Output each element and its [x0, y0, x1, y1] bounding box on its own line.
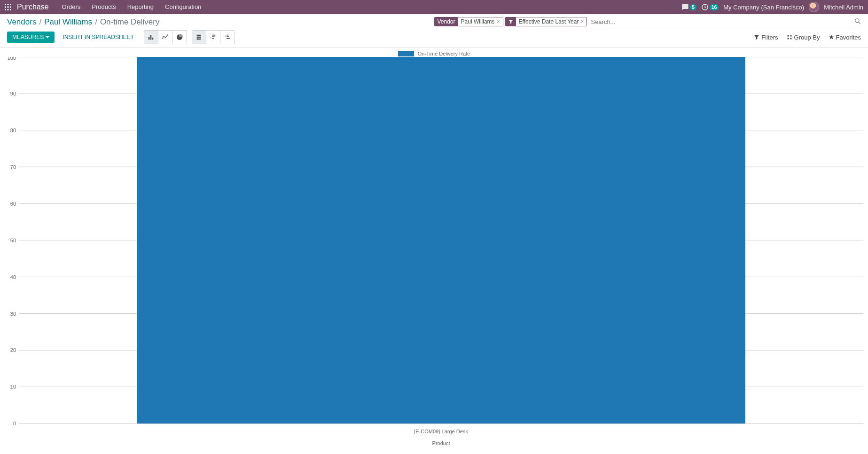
sort-desc-button[interactable] [206, 31, 220, 44]
search-icon[interactable] [854, 18, 861, 26]
search-chip-vendor[interactable]: Vendor Paul Williams × [434, 17, 503, 26]
measures-button[interactable]: Measures [7, 32, 55, 43]
ytick-label: 50 [10, 238, 16, 243]
company-switcher[interactable]: My Company (San Francisco) [723, 4, 804, 11]
search-bar[interactable]: Vendor Paul Williams × Effective Date La… [434, 17, 861, 27]
svg-rect-21 [227, 36, 229, 37]
chip-value: Paul Williams × [458, 17, 503, 26]
top-navbar: Purchase Orders Products Reporting Confi… [0, 0, 868, 14]
user-menu[interactable]: Mitchell Admin [809, 2, 863, 12]
measures-label: Measures [12, 34, 44, 40]
svg-rect-7 [8, 9, 9, 10]
ytick-label: 100 [8, 57, 16, 61]
ytick-label: 60 [10, 201, 16, 207]
svg-rect-4 [8, 7, 9, 8]
ytick-label: 40 [10, 274, 16, 280]
apps-icon[interactable] [5, 4, 11, 10]
app-brand[interactable]: Purchase [17, 3, 49, 11]
ytick-label: 90 [10, 91, 16, 96]
favorites-label: Favorites [836, 34, 861, 41]
breadcrumb-vendor-name[interactable]: Paul Williams [44, 17, 92, 27]
messages-icon[interactable]: 5 [681, 3, 696, 11]
groupby-dropdown[interactable]: Group By [787, 34, 820, 41]
activities-icon[interactable]: 16 [701, 3, 719, 11]
stack-sort-toggle [192, 30, 235, 44]
svg-rect-16 [197, 39, 201, 40]
control-panel-row-2: Measures Insert in Spreadsheet [0, 28, 868, 47]
favorites-dropdown[interactable]: Favorites [829, 34, 861, 41]
control-panel-tools: Filters Group By Favorites [754, 34, 861, 41]
chip-value-text: Effective Date Last Year [519, 18, 579, 25]
svg-rect-20 [227, 38, 230, 39]
svg-rect-0 [5, 4, 6, 5]
xtick-label: [E-COM09] Large Desk [414, 428, 468, 434]
pie-chart-button[interactable] [172, 31, 187, 44]
breadcrumb-current: On-time Delivery [100, 17, 160, 27]
filters-dropdown[interactable]: Filters [754, 34, 778, 41]
ytick-label: 0 [13, 421, 16, 426]
svg-rect-24 [787, 38, 789, 40]
chart-legend[interactable]: On-Time Delivery Rate [5, 49, 863, 57]
svg-rect-2 [10, 4, 11, 5]
filters-label: Filters [761, 34, 778, 41]
svg-rect-23 [787, 35, 789, 37]
svg-rect-11 [149, 37, 150, 40]
close-icon[interactable]: × [497, 19, 500, 24]
nav-reporting[interactable]: Reporting [123, 0, 158, 14]
svg-rect-13 [152, 38, 154, 40]
svg-rect-12 [150, 35, 152, 40]
search-chip-filter[interactable]: Effective Date Last Year × [505, 17, 587, 26]
control-panel-row-1: Vendors / Paul Williams / On-time Delive… [0, 14, 868, 28]
svg-rect-5 [10, 7, 11, 8]
legend-swatch [398, 51, 414, 56]
close-icon[interactable]: × [580, 19, 584, 24]
control-panel: Vendors / Paul Williams / On-time Delive… [0, 14, 868, 48]
nav-orders[interactable]: Orders [57, 0, 86, 14]
svg-rect-15 [197, 37, 201, 38]
svg-point-9 [855, 18, 859, 22]
bar-chart-button[interactable] [144, 31, 158, 44]
nav-products[interactable]: Products [87, 0, 120, 14]
svg-rect-18 [212, 36, 215, 37]
top-navbar-left: Purchase Orders Products Reporting Confi… [5, 0, 206, 14]
svg-rect-25 [790, 35, 791, 37]
svg-rect-22 [227, 35, 228, 36]
svg-rect-26 [790, 38, 791, 40]
ytick-label: 80 [10, 127, 16, 133]
ytick-label: 30 [10, 311, 16, 317]
svg-rect-3 [5, 7, 6, 8]
svg-line-10 [859, 22, 860, 24]
line-chart-button[interactable] [158, 31, 172, 44]
breadcrumb-vendors[interactable]: Vendors [7, 17, 36, 27]
messages-badge: 5 [690, 4, 696, 10]
sort-asc-button[interactable] [220, 31, 235, 44]
groupby-label: Group By [794, 34, 820, 41]
chart-type-toggle [144, 30, 187, 44]
user-name: Mitchell Admin [824, 4, 863, 11]
top-navbar-right: 5 16 My Company (San Francisco) Mitchell… [681, 2, 863, 12]
insert-spreadsheet-button[interactable]: Insert in Spreadsheet [57, 32, 139, 43]
legend-label: On-Time Delivery Rate [418, 51, 470, 56]
svg-rect-14 [197, 35, 201, 36]
chip-value: Effective Date Last Year × [516, 17, 587, 26]
chart-svg: 0 10 20 30 40 50 60 70 80 90 100 [E-COM0… [5, 57, 863, 452]
svg-rect-17 [212, 35, 216, 36]
svg-rect-6 [5, 9, 6, 10]
chip-key: Vendor [435, 17, 458, 26]
ytick-label: 70 [10, 164, 16, 170]
breadcrumb-sep: / [39, 17, 41, 27]
search-input[interactable] [589, 17, 852, 26]
avatar [809, 2, 819, 12]
svg-rect-19 [212, 38, 214, 39]
chart-plot-area: 0 10 20 30 40 50 60 70 80 90 100 [E-COM0… [5, 57, 863, 452]
x-axis-label: Product [432, 440, 450, 446]
chip-value-text: Paul Williams [461, 18, 495, 25]
nav-configuration[interactable]: Configuration [160, 0, 206, 14]
ytick-label: 10 [10, 384, 16, 390]
svg-rect-1 [8, 4, 9, 5]
stacked-button[interactable] [192, 31, 206, 44]
chevron-down-icon [46, 36, 49, 38]
chart-bar[interactable] [137, 57, 745, 423]
breadcrumb: Vendors / Paul Williams / On-time Delive… [7, 17, 159, 27]
filter-icon [506, 17, 516, 26]
